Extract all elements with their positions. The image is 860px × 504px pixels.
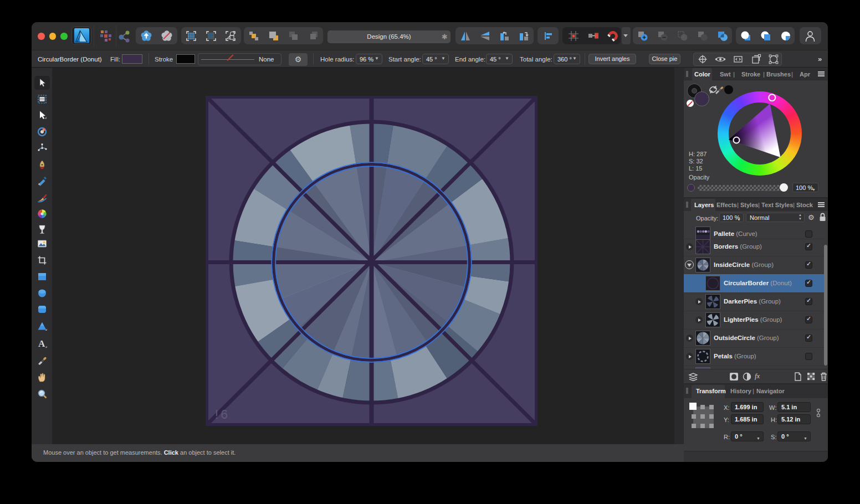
svg-text:A: A	[38, 338, 45, 349]
svg-text:!6: !6	[213, 408, 228, 423]
